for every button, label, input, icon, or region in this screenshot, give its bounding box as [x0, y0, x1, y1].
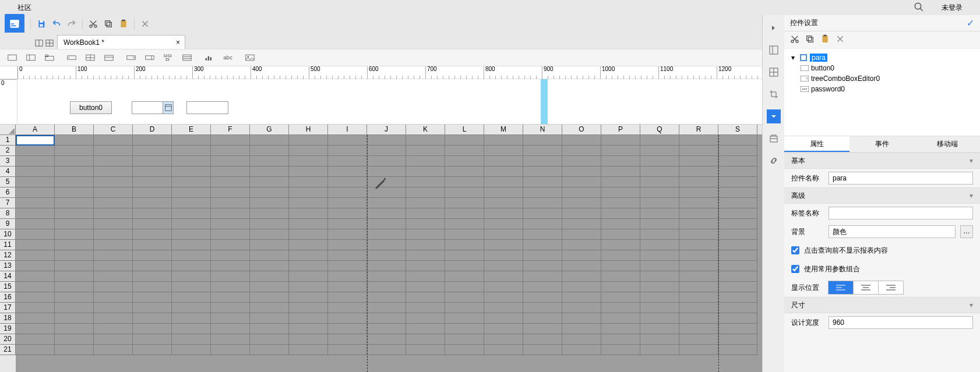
row-header[interactable]: 12 — [0, 250, 16, 261]
sidestrip-crop-icon[interactable] — [767, 87, 781, 101]
widget-image-icon[interactable] — [242, 51, 258, 65]
row-header[interactable]: 17 — [0, 303, 16, 313]
undo-button[interactable] — [50, 17, 64, 31]
panel-copy-icon[interactable] — [805, 34, 815, 45]
widget-chart-icon[interactable] — [202, 51, 217, 65]
row-header[interactable]: 19 — [0, 324, 16, 334]
panel-delete-icon[interactable] — [836, 34, 845, 45]
col-header[interactable]: R — [679, 125, 718, 134]
canvas-button-widget[interactable]: button0 — [70, 101, 112, 114]
widget-grid-icon[interactable] — [83, 51, 98, 65]
col-header[interactable]: P — [601, 125, 640, 134]
tree-root[interactable]: ▾ para — [789, 52, 975, 63]
input-design-width[interactable] — [829, 316, 973, 329]
align-left-button[interactable] — [828, 281, 854, 295]
row-header[interactable]: 8 — [0, 208, 16, 219]
panel-confirm-icon[interactable]: ✓ — [967, 17, 974, 29]
tree-item-password[interactable]: password0 — [789, 84, 975, 94]
save-button[interactable] — [34, 17, 48, 31]
component-tree[interactable]: ▾ para button0 treeComboBoxEditor0 passw… — [784, 49, 980, 136]
tab-mobile[interactable]: 移动端 — [915, 136, 980, 152]
row-header[interactable]: 14 — [0, 271, 16, 282]
tree-item-button0[interactable]: button0 — [789, 63, 975, 73]
window-grid-icon[interactable] — [45, 39, 54, 49]
close-tab-icon[interactable]: × — [176, 38, 180, 47]
widget-input-icon[interactable] — [64, 51, 79, 65]
sidestrip-layout-icon[interactable] — [767, 43, 781, 57]
cut-button[interactable] — [86, 17, 100, 31]
copy-button[interactable] — [101, 17, 115, 31]
col-header[interactable]: G — [250, 125, 289, 134]
col-header[interactable]: B — [55, 125, 94, 134]
row-header[interactable]: 6 — [0, 187, 16, 198]
paste-button[interactable] — [117, 17, 131, 31]
row-header[interactable]: 2 — [0, 146, 16, 156]
col-header[interactable]: A — [16, 125, 55, 134]
input-control-name[interactable] — [829, 172, 973, 185]
tab-attributes[interactable]: 属性 — [784, 136, 849, 152]
row-header[interactable]: 5 — [0, 177, 16, 187]
sidestrip-settings-icon[interactable] — [767, 109, 781, 123]
widget-split-icon[interactable] — [23, 51, 38, 65]
row-header[interactable]: 16 — [0, 292, 16, 303]
row-header[interactable]: 13 — [0, 261, 16, 271]
row-header[interactable]: 10 — [0, 229, 16, 240]
community-label[interactable]: 社区 — [6, 3, 31, 13]
row-header[interactable]: 21 — [0, 345, 16, 355]
input-tag-name[interactable] — [829, 207, 973, 219]
row-header[interactable]: 3 — [0, 156, 16, 166]
row-header[interactable]: 20 — [0, 334, 16, 345]
row-header[interactable]: 18 — [0, 313, 16, 324]
delete-button[interactable] — [138, 17, 152, 31]
widget-calendar-icon[interactable] — [101, 51, 117, 65]
row-header[interactable]: 1 — [0, 135, 16, 146]
panel-paste-icon[interactable] — [820, 34, 830, 45]
spreadsheet-grid[interactable] — [16, 135, 775, 372]
col-header[interactable]: N — [523, 125, 562, 134]
selected-cell[interactable] — [16, 135, 55, 146]
col-header[interactable]: M — [484, 125, 523, 134]
row-header[interactable]: 11 — [0, 240, 16, 250]
widget-text-icon[interactable]: abc — [220, 51, 235, 65]
col-header[interactable]: F — [211, 125, 250, 134]
widget-number-icon[interactable] — [142, 51, 157, 65]
input-background[interactable] — [829, 225, 956, 238]
widget-combo-icon[interactable] — [124, 51, 139, 65]
col-header[interactable]: Q — [640, 125, 679, 134]
col-header[interactable]: S — [718, 125, 757, 134]
workbook-tab[interactable]: WorkBook1 * × — [57, 35, 185, 49]
row-header[interactable]: 7 — [0, 198, 16, 208]
col-header[interactable]: K — [406, 125, 445, 134]
search-icon[interactable] — [914, 2, 924, 14]
canvas-password-widget[interactable] — [186, 101, 228, 114]
col-header[interactable]: D — [133, 125, 172, 134]
design-canvas[interactable]: button0 — [17, 79, 784, 124]
sidestrip-grid-icon[interactable] — [767, 65, 781, 79]
col-header[interactable]: L — [445, 125, 484, 134]
tab-events[interactable]: 事件 — [849, 136, 915, 152]
widget-tree-icon[interactable] — [161, 51, 176, 65]
sidestrip-layers-icon[interactable] — [767, 132, 781, 146]
section-size[interactable]: 尺寸 ▾ — [784, 297, 980, 313]
tree-expand-icon[interactable]: ▾ — [789, 54, 797, 62]
combo-dropdown-icon[interactable] — [163, 102, 173, 114]
section-basic[interactable]: 基本 ▾ — [784, 153, 980, 169]
widget-list-icon[interactable] — [179, 51, 195, 65]
col-header[interactable]: O — [562, 125, 601, 134]
widget-tab-icon[interactable] — [42, 51, 57, 65]
select-all-corner[interactable] — [0, 125, 16, 134]
col-header[interactable]: H — [289, 125, 328, 134]
tree-item-treecombo[interactable]: treeComboBoxEditor0 — [789, 73, 975, 84]
col-header[interactable]: E — [172, 125, 211, 134]
checkbox-common-params[interactable] — [791, 265, 799, 273]
row-header[interactable]: 9 — [0, 219, 16, 229]
sidestrip-collapse-icon[interactable] — [767, 21, 781, 35]
col-header[interactable]: C — [94, 125, 133, 134]
login-status[interactable]: 未登录 — [942, 3, 963, 13]
row-header[interactable]: 4 — [0, 166, 16, 177]
widget-button-icon[interactable] — [5, 51, 20, 65]
section-advanced[interactable]: 高级 ▾ — [784, 187, 980, 204]
col-header[interactable]: J — [367, 125, 406, 134]
sidestrip-link-icon[interactable] — [767, 154, 781, 168]
canvas-combo-widget[interactable] — [132, 101, 174, 114]
